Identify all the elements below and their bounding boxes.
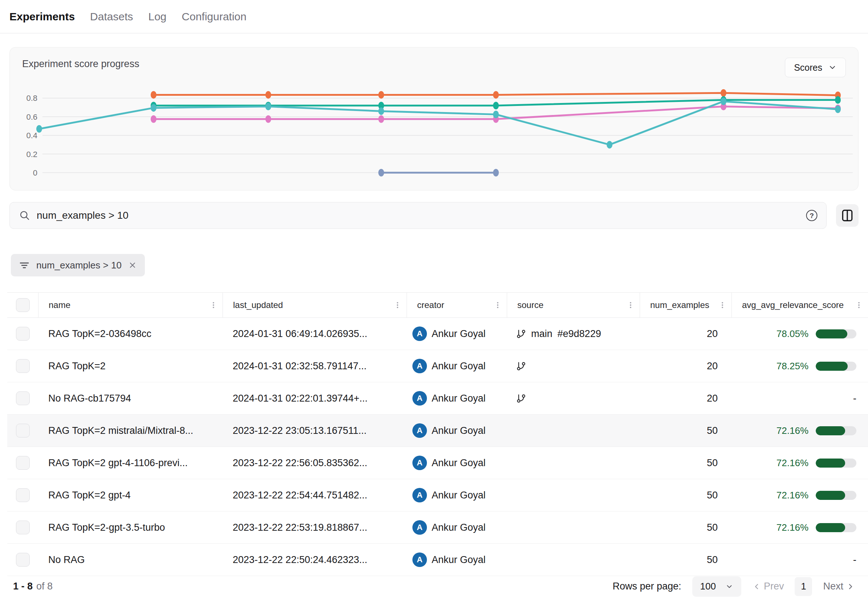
- kebab-menu-icon[interactable]: [718, 301, 727, 309]
- experiment-name[interactable]: RAG TopK=2 gpt-4-1106-previ...: [48, 458, 188, 469]
- source-commit: #e9d8229: [558, 328, 601, 339]
- svg-text:0.4: 0.4: [26, 131, 37, 140]
- tab-experiments[interactable]: Experiments: [9, 11, 75, 23]
- table-row[interactable]: RAG TopK=2 mistralai/Mixtral-8... 2023-1…: [7, 415, 868, 447]
- source-cell: [507, 512, 640, 543]
- score-bar-fill: [816, 491, 845, 500]
- source-cell: [507, 479, 640, 511]
- close-icon[interactable]: [128, 261, 137, 270]
- tab-datasets[interactable]: Datasets: [90, 11, 133, 23]
- num-examples-value: 20: [707, 393, 718, 404]
- help-icon[interactable]: ?: [805, 209, 818, 222]
- select-all-checkbox[interactable]: [16, 298, 30, 312]
- experiment-name-cell: RAG TopK=2 mistralai/Mixtral-8...: [38, 415, 222, 447]
- table-row[interactable]: RAG TopK=2-gpt-3.5-turbo 2023-12-22 22:5…: [7, 512, 868, 544]
- creator-name: Ankur Goyal: [432, 458, 486, 469]
- header-name[interactable]: name: [38, 293, 222, 317]
- header-num-examples[interactable]: num_examples: [640, 293, 731, 317]
- score-bar: [816, 523, 856, 532]
- experiment-name[interactable]: No RAG-cb175794: [48, 393, 131, 404]
- kebab-menu-icon[interactable]: [626, 301, 635, 309]
- last-updated-value: 2023-12-22 23:05:13.167511...: [233, 425, 367, 436]
- score-cell: 78.05%: [731, 318, 868, 350]
- search-row: ?: [9, 202, 859, 229]
- tab-log[interactable]: Log: [148, 11, 166, 23]
- rows-per-page-select[interactable]: 100: [692, 576, 741, 597]
- table-row[interactable]: RAG TopK=2 gpt-4-1106-previ... 2023-12-2…: [7, 447, 868, 479]
- prev-page-button[interactable]: Prev: [752, 581, 784, 592]
- experiment-name[interactable]: RAG TopK=2-036498cc: [48, 328, 151, 339]
- score-value: 72.16%: [777, 425, 809, 436]
- row-select-cell: [7, 415, 38, 447]
- num-examples-cell: 50: [640, 447, 731, 479]
- row-checkbox[interactable]: [16, 488, 30, 502]
- row-checkbox[interactable]: [16, 359, 30, 373]
- svg-text:?: ?: [810, 212, 814, 220]
- row-checkbox[interactable]: [16, 424, 30, 438]
- tab-configuration[interactable]: Configuration: [182, 11, 246, 23]
- rows-per-page-label: Rows per page:: [613, 581, 681, 592]
- source-cell: [507, 447, 640, 479]
- header-last-updated[interactable]: last_updated: [222, 293, 407, 317]
- row-checkbox[interactable]: [16, 521, 30, 534]
- row-select-cell: [7, 544, 38, 576]
- row-checkbox[interactable]: [16, 391, 30, 405]
- header-source[interactable]: source: [507, 293, 640, 317]
- kebab-menu-icon[interactable]: [494, 301, 502, 309]
- search-input[interactable]: [36, 209, 805, 222]
- current-page-indicator[interactable]: 1: [795, 577, 812, 596]
- kebab-menu-icon[interactable]: [855, 301, 863, 309]
- creator-cell: A Ankur Goyal: [407, 544, 507, 576]
- experiment-name[interactable]: RAG TopK=2-gpt-3.5-turbo: [48, 522, 165, 533]
- filter-icon: [19, 260, 30, 271]
- score-bar: [816, 459, 856, 468]
- scores-dropdown-button[interactable]: Scores: [785, 58, 846, 77]
- last-updated-cell: 2024-01-31 06:49:14.026935...: [222, 318, 407, 350]
- creator-cell: A Ankur Goyal: [407, 350, 507, 382]
- header-source-label: source: [517, 300, 543, 310]
- experiment-name[interactable]: RAG TopK=2 gpt-4: [48, 490, 131, 501]
- header-avg-relevance-score-label: avg_avg_relevance_score: [742, 300, 844, 310]
- next-page-label: Next: [823, 581, 843, 592]
- toggle-panel-button[interactable]: [836, 204, 859, 227]
- table-row[interactable]: No RAG-cb175794 2024-01-31 02:22:01.3974…: [7, 382, 868, 415]
- source-cell: [507, 415, 640, 447]
- score-bar-fill: [816, 362, 848, 371]
- last-updated-cell: 2023-12-22 22:54:44.751482...: [222, 479, 407, 511]
- num-examples-cell: 20: [640, 382, 731, 414]
- header-avg-relevance-score[interactable]: avg_avg_relevance_score: [731, 293, 868, 317]
- experiment-name[interactable]: No RAG: [48, 554, 85, 565]
- svg-text:0: 0: [33, 168, 37, 177]
- filter-chip[interactable]: num_examples > 10: [11, 254, 145, 276]
- table-row[interactable]: No RAG 2023-12-22 22:50:24.462323... A A…: [7, 544, 868, 576]
- next-page-button[interactable]: Next: [823, 581, 855, 592]
- last-updated-cell: 2023-12-22 22:50:24.462323...: [222, 544, 407, 576]
- row-checkbox[interactable]: [16, 327, 30, 341]
- header-creator[interactable]: creator: [407, 293, 507, 317]
- last-updated-cell: 2024-01-31 02:32:58.791147...: [222, 350, 407, 382]
- row-select-cell: [7, 350, 38, 382]
- kebab-menu-icon[interactable]: [394, 301, 401, 309]
- table-row[interactable]: RAG TopK=2 2024-01-31 02:32:58.791147...…: [7, 350, 868, 382]
- select-all-cell: [7, 293, 38, 317]
- filter-chip-row: num_examples > 10: [11, 254, 859, 276]
- last-updated-value: 2024-01-31 02:22:01.39744+...: [233, 393, 368, 404]
- search-bar[interactable]: ?: [9, 202, 827, 229]
- creator-cell: A Ankur Goyal: [407, 318, 507, 350]
- table-row[interactable]: RAG TopK=2-036498cc 2024-01-31 06:49:14.…: [7, 318, 868, 350]
- score-value: 78.25%: [777, 361, 809, 372]
- experiment-name[interactable]: RAG TopK=2: [48, 361, 106, 372]
- creator-name: Ankur Goyal: [432, 393, 486, 404]
- experiment-name[interactable]: RAG TopK=2 mistralai/Mixtral-8...: [48, 425, 193, 436]
- search-icon: [19, 210, 30, 221]
- kebab-menu-icon[interactable]: [210, 301, 217, 309]
- num-examples-value: 50: [707, 425, 718, 436]
- score-value: 78.05%: [777, 328, 809, 339]
- row-checkbox[interactable]: [16, 553, 30, 567]
- num-examples-cell: 20: [640, 350, 731, 382]
- last-updated-cell: 2023-12-22 22:53:19.818867...: [222, 512, 407, 543]
- row-checkbox[interactable]: [16, 456, 30, 470]
- table-row[interactable]: RAG TopK=2 gpt-4 2023-12-22 22:54:44.751…: [7, 479, 868, 512]
- header-last-updated-label: last_updated: [233, 300, 283, 310]
- score-bar-fill: [816, 329, 847, 338]
